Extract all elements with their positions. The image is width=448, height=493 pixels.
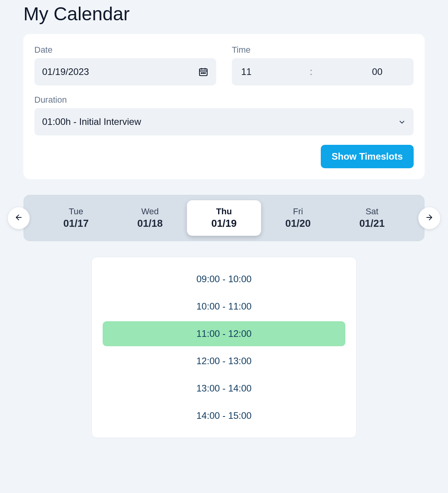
timeslot-list: 09:00 - 10:0010:00 - 11:0011:00 - 12:001… bbox=[91, 257, 357, 438]
calendar-icon[interactable] bbox=[198, 67, 208, 77]
date-input[interactable]: 01/19/2023 bbox=[34, 58, 216, 85]
day-cell[interactable]: Fri01/20 bbox=[261, 200, 335, 236]
duration-value: 01:00h - Initial Interview bbox=[42, 116, 141, 127]
arrow-right-icon bbox=[425, 213, 434, 223]
day-date: 01/20 bbox=[264, 217, 332, 230]
day-date: 01/17 bbox=[42, 217, 110, 230]
date-value: 01/19/2023 bbox=[42, 66, 198, 77]
timeslot[interactable]: 12:00 - 13:00 bbox=[103, 349, 345, 374]
day-cell[interactable]: Tue01/17 bbox=[39, 200, 113, 236]
timeslot[interactable]: 13:00 - 14:00 bbox=[103, 376, 345, 401]
duration-group: Duration 01:00h - Initial Interview bbox=[34, 95, 414, 135]
timeslot[interactable]: 10:00 - 11:00 bbox=[103, 294, 345, 319]
timeslot[interactable]: 09:00 - 10:00 bbox=[103, 267, 345, 292]
duration-select[interactable]: 01:00h - Initial Interview bbox=[34, 108, 414, 135]
timeslot[interactable]: 11:00 - 12:00 bbox=[103, 321, 345, 346]
day-cell[interactable]: Wed01/18 bbox=[113, 200, 187, 236]
duration-label: Duration bbox=[34, 95, 414, 105]
date-label: Date bbox=[34, 45, 216, 55]
time-colon: : bbox=[307, 66, 316, 77]
date-group: Date 01/19/2023 bbox=[34, 45, 216, 85]
day-date: 01/19 bbox=[190, 217, 258, 230]
show-timeslots-button[interactable]: Show Timeslots bbox=[321, 145, 414, 168]
booking-form-card: Date 01/19/2023 Time bbox=[23, 34, 425, 179]
svg-point-6 bbox=[204, 73, 205, 73]
prev-day-button[interactable] bbox=[8, 207, 30, 229]
day-of-week: Wed bbox=[116, 206, 184, 217]
day-cell[interactable]: Sat01/21 bbox=[335, 200, 409, 236]
day-of-week: Tue bbox=[42, 206, 110, 217]
day-of-week: Fri bbox=[264, 206, 332, 217]
svg-point-5 bbox=[203, 73, 204, 73]
day-cell[interactable]: Thu01/19 bbox=[187, 200, 261, 236]
page-title: My Calendar bbox=[23, 3, 425, 25]
arrow-left-icon bbox=[14, 213, 23, 223]
time-input[interactable]: 11 : 00 bbox=[232, 58, 414, 85]
next-day-button[interactable] bbox=[418, 207, 440, 229]
day-date: 01/21 bbox=[338, 217, 406, 230]
time-label: Time bbox=[232, 45, 414, 55]
time-hour[interactable]: 11 bbox=[240, 66, 307, 77]
day-of-week: Sat bbox=[338, 206, 406, 217]
day-selector: Tue01/17Wed01/18Thu01/19Fri01/20Sat01/21 bbox=[23, 195, 425, 241]
svg-point-4 bbox=[201, 73, 202, 73]
time-minute[interactable]: 00 bbox=[315, 66, 406, 77]
day-date: 01/18 bbox=[116, 217, 184, 230]
day-of-week: Thu bbox=[190, 206, 258, 217]
time-group: Time 11 : 00 bbox=[232, 45, 414, 85]
chevron-down-icon bbox=[398, 118, 406, 126]
timeslot[interactable]: 14:00 - 15:00 bbox=[103, 403, 345, 428]
